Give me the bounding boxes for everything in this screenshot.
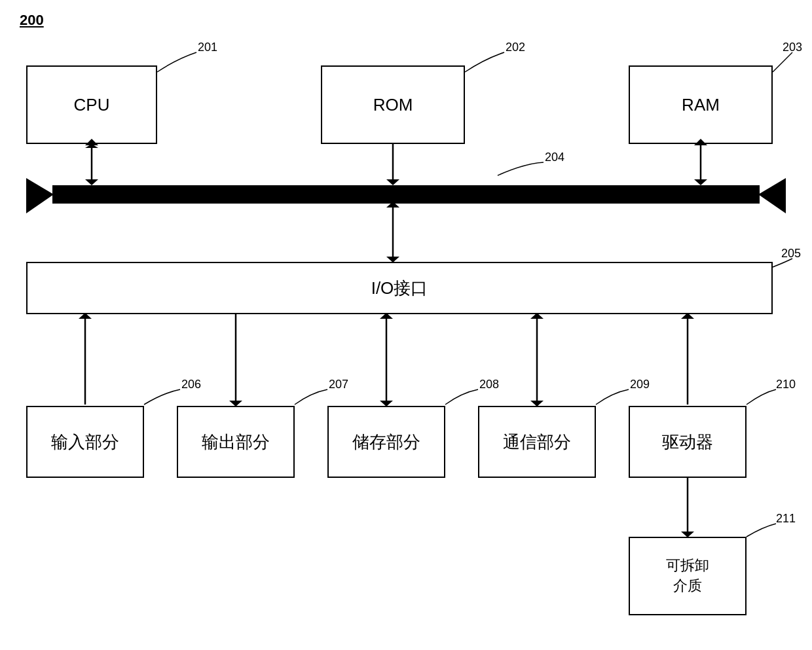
ref-207: 207 [329, 378, 348, 391]
ram-label: RAM [682, 95, 720, 115]
ref-202: 202 [506, 41, 525, 54]
io-box: I/O接口 [26, 262, 773, 314]
cpu-label: CPU [74, 95, 110, 115]
io-label: I/O接口 [371, 277, 428, 300]
storage-label: 储存部分 [352, 431, 420, 454]
svg-marker-5 [85, 144, 98, 148]
comm-label: 通信部分 [503, 431, 571, 454]
svg-marker-14 [386, 202, 399, 208]
ref-203: 203 [783, 41, 802, 54]
ref-210: 210 [776, 378, 796, 391]
comm-box: 通信部分 [478, 406, 596, 478]
input-label: 输入部分 [51, 431, 119, 454]
svg-marker-1 [26, 178, 54, 213]
svg-marker-8 [386, 179, 399, 185]
driver-box: 驱动器 [629, 406, 747, 478]
ref-204: 204 [545, 151, 564, 164]
media-label: 可拆卸介质 [666, 556, 709, 596]
rom-box: ROM [321, 65, 465, 144]
svg-rect-0 [52, 185, 760, 204]
output-box: 输出部分 [177, 406, 295, 478]
svg-marker-10 [694, 179, 707, 185]
driver-label: 驱动器 [662, 431, 713, 454]
cpu-box: CPU [26, 65, 157, 144]
storage-box: 储存部分 [327, 406, 445, 478]
diagram: 200 CPU ROM RAM I/O接口 输入部分 输出部分 储存部分 通信部… [0, 0, 812, 650]
rom-label: ROM [373, 95, 413, 115]
figure-label: 200 [20, 12, 44, 29]
input-box: 输入部分 [26, 406, 144, 478]
svg-marker-2 [758, 178, 786, 213]
ref-211: 211 [776, 512, 796, 525]
ref-201: 201 [198, 41, 217, 54]
ref-209: 209 [630, 378, 650, 391]
ram-box: RAM [629, 65, 773, 144]
ref-205: 205 [781, 247, 801, 260]
svg-marker-4 [85, 179, 98, 185]
ref-208: 208 [479, 378, 499, 391]
output-label: 输出部分 [202, 431, 270, 454]
ref-206: 206 [181, 378, 201, 391]
media-box: 可拆卸介质 [629, 537, 747, 615]
